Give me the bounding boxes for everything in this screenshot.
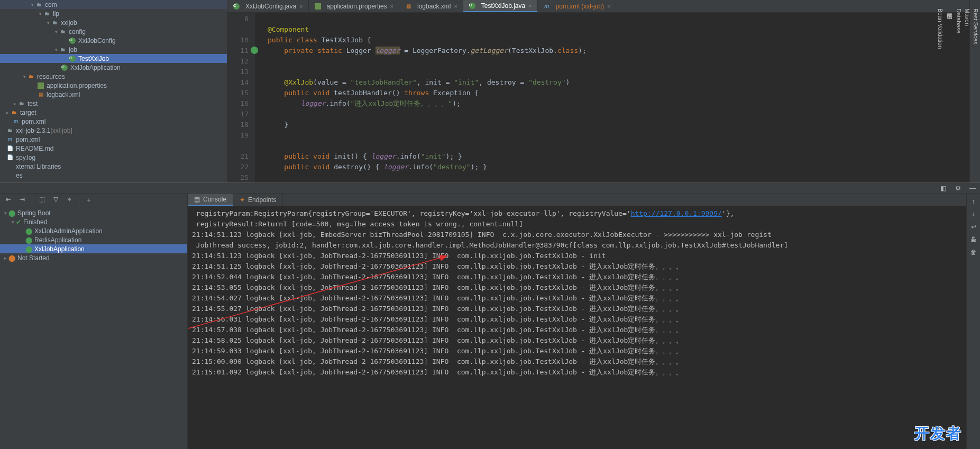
tool-window-header: ◧ ⚙ — [0, 182, 980, 194]
tab-console[interactable]: ▤ Console [188, 194, 233, 206]
tree-item[interactable]: ▦logback.xml [0, 90, 227, 99]
tree-item[interactable]: xternal Libraries [0, 162, 227, 171]
tree-item[interactable]: CXxlJobApplication [0, 63, 227, 72]
tree-item[interactable]: ▾🖿config [0, 27, 227, 36]
sidebar-tool[interactable]: Maven [963, 4, 972, 182]
clear-icon[interactable]: 🗑 [969, 249, 978, 256]
tree-item[interactable]: 📄README.md [0, 144, 227, 153]
console-side-toolbar: ↑ ↓ ↩ 🖶 🗑 [966, 194, 980, 449]
close-icon[interactable]: × [607, 3, 610, 10]
tree-item[interactable]: mpom.xml [0, 135, 227, 144]
scroll-down-icon[interactable]: ↓ [969, 210, 978, 218]
locate-icon[interactable]: ⌖ [65, 196, 74, 205]
gutter: 810111213141516171819212225 [227, 13, 255, 182]
filter-icon[interactable]: ▽ [51, 196, 60, 205]
layout-icon[interactable]: ◧ [939, 185, 947, 192]
run-notstarted[interactable]: ▸⬤Not Started [0, 253, 187, 262]
run-marker-icon[interactable] [251, 47, 258, 54]
plus-icon[interactable]: ＋ [85, 196, 93, 205]
tree-item[interactable]: application.properties [0, 81, 227, 90]
editor-tab[interactable]: ▦logback.xml× [399, 0, 463, 12]
scroll-up-icon[interactable]: ↑ [969, 198, 978, 205]
tree-item[interactable]: ▾🖿resources [0, 72, 227, 81]
close-icon[interactable]: × [528, 3, 532, 9]
run-app[interactable]: ⬤RedisApplication [0, 235, 187, 244]
tree-item[interactable]: 📄spy.log [0, 153, 227, 162]
sidebar-tool[interactable]: Database [955, 4, 963, 182]
run-root[interactable]: ▾⬤Spring Boot [0, 208, 187, 217]
run-app[interactable]: ⬤XxlJobApplication [0, 244, 187, 253]
tree-item[interactable]: CXxlJobConfig [0, 36, 227, 45]
sidebar-tool[interactable]: Rest Services [972, 4, 980, 182]
tree-item[interactable]: ▸🖿test [0, 99, 227, 108]
sidebar-tool[interactable]: 结构图 [945, 4, 955, 182]
console-icon: ▤ [194, 196, 200, 203]
tree-icon[interactable]: ⬚ [38, 196, 46, 205]
editor-tab[interactable]: CTestXxlJob.java× [463, 0, 538, 12]
project-tree[interactable]: ▾🖿com▾🖿llp▾🖿xxljob▾🖿configCXxlJobConfig▾… [0, 0, 227, 182]
tree-item[interactable]: ▾🖿job [0, 45, 227, 54]
tab-endpoints[interactable]: ✦ Endpoints [233, 194, 283, 206]
close-icon[interactable]: × [390, 3, 393, 10]
tree-item[interactable]: ▾🖿com [0, 0, 227, 9]
tree-item[interactable]: mpom.xml [0, 117, 227, 126]
tree-item[interactable]: CTestXxlJob [0, 54, 227, 63]
watermark: 开发者 [914, 424, 961, 444]
code-editor[interactable]: @Componentpublic class TestXxlJob { priv… [255, 13, 969, 182]
close-icon[interactable]: × [299, 3, 303, 10]
console-output[interactable]: registryParam:RegistryParam{registryGrou… [188, 206, 966, 449]
editor-tab[interactable]: mpom.xml (xxl-job)× [538, 0, 617, 12]
soft-wrap-icon[interactable]: ↩ [969, 223, 978, 231]
print-icon[interactable]: 🖶 [969, 236, 978, 243]
tree-item[interactable]: 🖿xxl-job-2.3.1 [xxl-job] [0, 126, 227, 135]
tree-item[interactable]: ▾🖿llp [0, 9, 227, 18]
run-panel: ⇤ ⇥ ⬚ ▽ ⌖ ＋ ▾⬤Spring Boot ▾✔Finished⬤Xxl… [0, 194, 188, 449]
expand-icon[interactable]: ⇥ [18, 196, 26, 205]
editor-tab[interactable]: application.properties× [309, 0, 400, 12]
right-sidebar: Rest ServicesMavenDatabase结构图Bean Valida… [969, 0, 980, 182]
endpoints-icon: ✦ [240, 196, 245, 204]
collapse-icon[interactable]: ⇤ [4, 196, 13, 205]
run-toolbar: ⇤ ⇥ ⬚ ▽ ⌖ ＋ [0, 194, 187, 207]
editor-tab[interactable]: CXxlJobConfig.java× [227, 0, 309, 12]
run-app[interactable]: ⬤XxlJobAdminApplication [0, 226, 187, 235]
editor-tabs: CXxlJobConfig.java×application.propertie… [227, 0, 969, 13]
close-icon[interactable]: × [454, 3, 457, 10]
gear-icon[interactable]: ⚙ [954, 185, 962, 192]
minimize-icon[interactable]: — [968, 185, 977, 192]
tree-item[interactable]: ▸🖿target [0, 108, 227, 117]
run-finished[interactable]: ▾✔Finished [0, 217, 187, 226]
tree-item[interactable]: ▾🖿xxljob [0, 18, 227, 27]
tree-item[interactable]: es [0, 171, 227, 180]
sidebar-tool[interactable]: Bean Validation [936, 4, 945, 182]
